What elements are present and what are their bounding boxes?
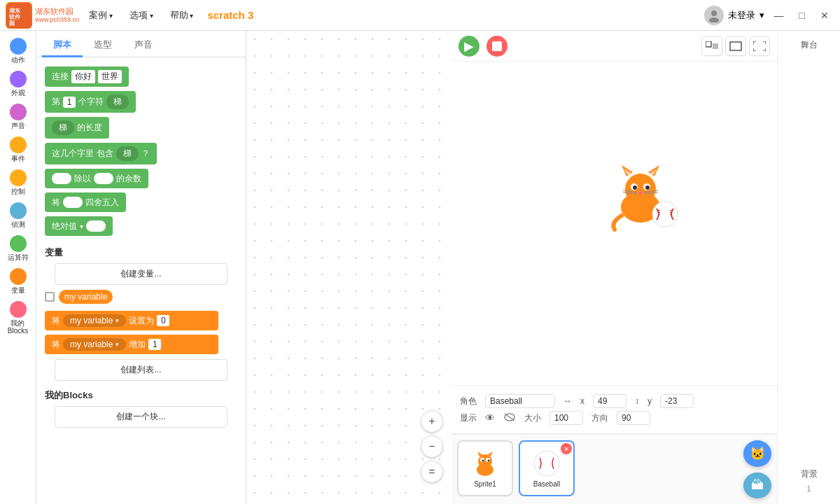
user-area: 未登录 ▾ — □ ✕: [704, 6, 834, 25]
win-restore[interactable]: □: [794, 7, 811, 24]
sprite-baseball-delete[interactable]: ✕: [561, 443, 572, 454]
block-length[interactable]: 梯 的长度: [45, 117, 109, 139]
svg-point-25: [652, 202, 678, 227]
variables-title: 变量: [45, 246, 237, 259]
cat-motion-dot: [10, 38, 27, 55]
block-length-pill: 梯: [52, 120, 74, 135]
x-label: x: [580, 396, 584, 406]
create-list-btn[interactable]: 创建列表...: [55, 359, 228, 381]
block-abs[interactable]: 绝对值 ▾: [45, 216, 113, 236]
block-change-var-dropdown[interactable]: my variable ▾: [63, 338, 126, 351]
size-label: 大小: [524, 412, 541, 424]
cat-sound[interactable]: 声音: [1, 101, 35, 132]
block-join[interactable]: 连接 你好 世界: [45, 66, 129, 87]
blocks-panel: 脚本 造型 声音 连接 你好 世界 第 1 个字符 梯 梯 的长度: [36, 31, 246, 504]
site-name: 湖东软件园: [35, 7, 79, 16]
sprite-list-area: Sprite1 ✕ Baseball 🐱: [451, 434, 777, 504]
block-contains[interactable]: 这几个字里 包含 梯 ？: [45, 143, 157, 164]
logo-image: 湖东 软件 园: [6, 2, 32, 29]
tab-sounds[interactable]: 声音: [123, 34, 164, 57]
zoom-fit-btn[interactable]: =: [421, 461, 443, 483]
cat-sensing[interactable]: 侦测: [1, 200, 35, 231]
block-contains-text1: 这几个字里: [52, 148, 94, 160]
block-round[interactable]: 将 四舍五入: [45, 192, 126, 212]
add-sprite-btn[interactable]: 🐱: [743, 440, 771, 467]
svg-point-35: [478, 454, 492, 468]
eye-hide-btn[interactable]: [503, 412, 516, 424]
stage-view-buttons: [701, 36, 770, 56]
zoom-in-btn[interactable]: +: [421, 410, 443, 433]
blocks-scroll[interactable]: 连接 你好 世界 第 1 个字符 梯 梯 的长度 这几个字里 包含: [36, 57, 246, 504]
y-input[interactable]: [660, 394, 694, 408]
create-var-btn[interactable]: 创建变量...: [55, 263, 228, 285]
my-variable-chip[interactable]: my variable: [59, 290, 113, 304]
win-minimize[interactable]: —: [769, 7, 790, 24]
menu-options[interactable]: 选项: [122, 6, 160, 24]
sprite-card-sprite1[interactable]: Sprite1: [457, 440, 513, 496]
stop-btn[interactable]: [486, 36, 507, 57]
win-close[interactable]: ✕: [815, 7, 834, 24]
svg-text:湖东: 湖东: [9, 7, 21, 14]
cat-motion-label: 动作: [11, 56, 25, 64]
cat-myblocks-dot: [10, 301, 27, 318]
cat-operators[interactable]: 运算符: [1, 232, 35, 264]
x-input[interactable]: [593, 394, 626, 408]
cat-control[interactable]: 控制: [1, 167, 35, 198]
cat-motion[interactable]: 动作: [1, 35, 35, 66]
create-block-btn[interactable]: 创建一个块...: [55, 406, 228, 428]
block-change-var-by: 增加: [129, 339, 146, 351]
tab-costumes[interactable]: 造型: [83, 34, 123, 57]
cat-looks[interactable]: 外观: [1, 68, 35, 99]
bg-label: 背景: [797, 465, 822, 483]
stage-full-btn[interactable]: [749, 36, 770, 56]
svg-text:软件: 软件: [8, 14, 21, 20]
menu-help[interactable]: 帮助: [163, 6, 201, 24]
cat-myblocks[interactable]: 我的 Blocks: [1, 298, 35, 337]
block-abs-pill: [86, 220, 106, 232]
user-icon: [704, 6, 724, 25]
main-layout: 动作 外观 声音 事件 控制 侦测 运算符 变量: [0, 31, 840, 504]
dir-input[interactable]: [617, 411, 650, 425]
block-set-var-dropdown[interactable]: my variable ▾: [63, 314, 126, 327]
block-change-var-val: 1: [148, 339, 161, 350]
svg-point-18: [645, 186, 650, 190]
cat-control-label: 控制: [11, 188, 25, 195]
cat-events-label: 事件: [11, 155, 25, 162]
block-char[interactable]: 第 1 个字符 梯: [45, 91, 136, 113]
baseball-thumb: [529, 449, 564, 477]
sprite-name-input[interactable]: [485, 394, 555, 408]
sprite1-name: Sprite1: [474, 480, 496, 488]
myblocks-title: 我的Blocks: [45, 389, 237, 402]
svg-point-17: [633, 186, 637, 190]
svg-text:园: 园: [9, 20, 15, 27]
menu-cases[interactable]: 案例: [82, 6, 120, 24]
block-set-var[interactable]: 将 my variable ▾ 设置为 0: [45, 311, 218, 330]
sprite-card-baseball[interactable]: ✕ Baseball: [519, 440, 575, 496]
block-contains-text3: ？: [141, 148, 150, 160]
stage-tab-btn[interactable]: 舞台: [797, 36, 822, 54]
block-change-var[interactable]: 将 my variable ▾ 增加 1: [45, 335, 218, 354]
block-round-pill: [63, 197, 83, 208]
block-contains-pill: 梯: [116, 146, 139, 161]
bg-count: 1: [806, 484, 811, 493]
cat-variables[interactable]: 变量: [1, 265, 35, 297]
cat-events[interactable]: 事件: [1, 134, 35, 165]
tab-script[interactable]: 脚本: [42, 34, 83, 57]
eye-show-btn[interactable]: 👁: [485, 412, 495, 424]
my-var-checkbox[interactable]: [45, 292, 55, 302]
svg-point-40: [482, 459, 484, 461]
add-bg-btn[interactable]: 🏔: [743, 472, 771, 499]
zoom-out-btn[interactable]: −: [421, 435, 443, 458]
categories-panel: 动作 外观 声音 事件 控制 侦测 运算符 变量: [0, 31, 36, 504]
show-label: 显示: [460, 412, 477, 424]
stage-small-btn[interactable]: [701, 36, 722, 56]
green-flag-btn[interactable]: ▶: [458, 36, 479, 57]
cat-events-dot: [10, 136, 27, 153]
block-char-text2: 个字符: [78, 96, 104, 108]
block-char-pill: 梯: [106, 94, 129, 109]
block-mod[interactable]: 除以 的余数: [45, 169, 148, 188]
script-area[interactable]: + − =: [246, 31, 451, 504]
stage-normal-btn[interactable]: [725, 36, 746, 56]
sprite-list: Sprite1 ✕ Baseball: [451, 435, 738, 504]
size-input[interactable]: [550, 411, 583, 425]
